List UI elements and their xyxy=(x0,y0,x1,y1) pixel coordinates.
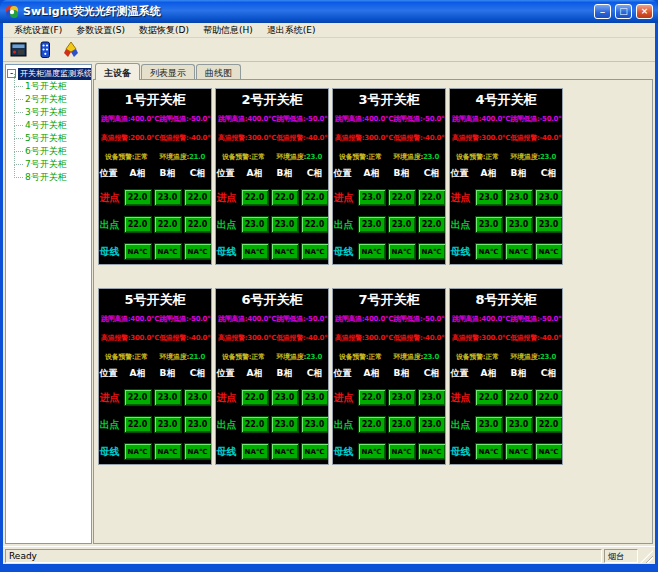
inlet-a-value: 22.0 xyxy=(124,389,152,406)
device-warn-label: 设备预警: xyxy=(456,353,485,361)
alarm-high-label: 高温报警: xyxy=(218,334,247,342)
alarm-low-value: -40.0℃ xyxy=(305,134,329,142)
sidebar-item-switchgear[interactable]: 3号开关柜 xyxy=(13,106,90,119)
device-warn-value: 正常 xyxy=(368,353,381,361)
trip-low-value: -50.0℃ xyxy=(539,315,563,323)
menu-item[interactable]: 退出系统(E) xyxy=(260,23,323,38)
trip-low-value: -50.0℃ xyxy=(305,115,329,123)
tree-children: 1号开关柜 2号开关柜 3号开关柜 4号开关柜 5号开关柜 6号开关柜 7号开关… xyxy=(13,80,90,184)
position-header: 位置 xyxy=(99,167,122,179)
alarm-low-label: 低温报警: xyxy=(276,134,305,142)
trip-low-value: -50.0℃ xyxy=(539,115,563,123)
inlet-row-label: 进点 xyxy=(99,191,122,205)
menu-item[interactable]: 帮助信息(H) xyxy=(196,23,260,38)
phase-c-header: C相 xyxy=(184,167,212,179)
maximize-button[interactable]: □ xyxy=(615,4,632,19)
device-warn-value: 正常 xyxy=(485,353,498,361)
outlet-row-label: 出点 xyxy=(216,418,239,432)
alarm-high-label: 高温报警: xyxy=(452,134,481,142)
tab[interactable]: 列表显示 xyxy=(141,64,195,79)
outlet-row-label: 出点 xyxy=(216,218,239,232)
inlet-a-value: 22.0 xyxy=(241,389,269,406)
phase-c-header: C相 xyxy=(418,367,446,379)
env-temp-value: 23.0 xyxy=(540,353,556,361)
inlet-c-value: 23.0 xyxy=(184,389,212,406)
trip-high-value: 400.0℃ xyxy=(481,115,510,123)
close-button[interactable]: × xyxy=(636,4,653,19)
sidebar-item-switchgear[interactable]: 1号开关柜 xyxy=(13,80,90,93)
outlet-row-label: 出点 xyxy=(99,218,122,232)
menu-item[interactable]: 数据恢复(D) xyxy=(132,23,196,38)
alarm-low-value: -40.0℃ xyxy=(422,334,446,342)
inlet-c-value: 23.0 xyxy=(535,189,563,206)
outlet-row-label: 出点 xyxy=(333,218,356,232)
env-temp-value: 21.0 xyxy=(189,353,205,361)
resize-grip-icon[interactable] xyxy=(640,550,653,563)
alarm-low-label: 低温报警: xyxy=(510,134,539,142)
indicator-card-icon xyxy=(38,41,52,59)
inlet-row-label: 进点 xyxy=(216,391,239,405)
busbar-a-value: NA℃ xyxy=(358,443,386,460)
sidebar-item-switchgear[interactable]: 4号开关柜 xyxy=(13,119,90,132)
outlet-c-value: 23.0 xyxy=(301,416,329,433)
sidebar-item-switchgear[interactable]: 7号开关柜 xyxy=(13,158,90,171)
position-header: 位置 xyxy=(99,367,122,379)
busbar-c-value: NA℃ xyxy=(301,243,329,260)
trip-high-label: 跳闸高温: xyxy=(101,115,130,123)
alarm-low-value: -40.0℃ xyxy=(539,134,563,142)
trip-high-value: 400.0℃ xyxy=(481,315,510,323)
env-temp-value: 23.0 xyxy=(540,153,556,161)
inlet-b-value: 23.0 xyxy=(271,389,299,406)
minimize-button[interactable]: _ xyxy=(594,4,611,19)
tab-area: 主设备 列表显示 曲线图 1号开关柜 跳闸高温:400.0℃ 跳闸低温:-50.… xyxy=(93,62,653,544)
switchgear-panel: 8号开关柜 跳闸高温:400.0℃ 跳闸低温:-50.0℃ 高温报警:300.0… xyxy=(449,288,563,465)
trip-high-label: 跳闸高温: xyxy=(218,315,247,323)
busbar-a-value: NA℃ xyxy=(475,443,503,460)
alarm-low-label: 低温报警: xyxy=(276,334,305,342)
sidebar-item-switchgear[interactable]: 8号开关柜 xyxy=(13,171,90,184)
alarm-high-value: 300.0℃ xyxy=(364,334,393,342)
status-bar: Ready 烟台 xyxy=(3,546,655,564)
inlet-row-label: 进点 xyxy=(450,191,473,205)
env-temp-label: 环境温度: xyxy=(277,353,306,361)
trip-high-label: 跳闸高温: xyxy=(452,115,481,123)
busbar-a-value: NA℃ xyxy=(358,243,386,260)
menu-item[interactable]: 系统设置(F) xyxy=(7,23,69,38)
switchgear-panel: 7号开关柜 跳闸高温:400.0℃ 跳闸低温:-50.0℃ 高温报警:300.0… xyxy=(332,288,446,465)
alarm-high-label: 高温报警: xyxy=(218,134,247,142)
inlet-a-value: 22.0 xyxy=(475,389,503,406)
env-temp-label: 环境温度: xyxy=(160,353,189,361)
lamp-toolbar-button[interactable] xyxy=(60,39,82,60)
alarm-low-label: 低温报警: xyxy=(510,334,539,342)
busbar-b-value: NA℃ xyxy=(154,243,182,260)
device-warn-label: 设备预警: xyxy=(105,153,134,161)
trip-high-label: 跳闸高温: xyxy=(218,115,247,123)
sidebar-item-switchgear[interactable]: 6号开关柜 xyxy=(13,145,90,158)
device-warn-value: 正常 xyxy=(368,153,381,161)
panel-title: 6号开关柜 xyxy=(217,291,327,309)
sidebar-item-switchgear[interactable]: 2号开关柜 xyxy=(13,93,90,106)
indicator-toolbar-button[interactable] xyxy=(34,39,56,60)
inlet-row-label: 进点 xyxy=(333,191,356,205)
phase-c-header: C相 xyxy=(535,367,563,379)
trip-low-value: -50.0℃ xyxy=(188,115,212,123)
tab[interactable]: 曲线图 xyxy=(196,64,241,79)
switchgear-panel: 3号开关柜 跳闸高温:400.0℃ 跳闸低温:-50.0℃ 高温报警:300.0… xyxy=(332,88,446,265)
menu-item[interactable]: 参数设置(S) xyxy=(69,23,132,38)
sidebar-item-switchgear[interactable]: 5号开关柜 xyxy=(13,132,90,145)
inlet-c-value: 22.0 xyxy=(301,189,329,206)
alarm-low-label: 低温报警: xyxy=(159,334,188,342)
status-message: Ready xyxy=(5,549,602,563)
phase-a-header: A相 xyxy=(241,367,269,379)
position-header: 位置 xyxy=(450,167,473,179)
phase-b-header: B相 xyxy=(388,167,416,179)
tab[interactable]: 主设备 xyxy=(95,63,140,80)
phase-b-header: B相 xyxy=(271,167,299,179)
alarm-low-label: 低温报警: xyxy=(393,134,422,142)
outlet-c-value: 22.0 xyxy=(301,216,329,233)
env-temp-value: 23.0 xyxy=(306,153,322,161)
tree-root-item[interactable]: 开关柜温度监测系统 xyxy=(18,68,92,80)
switchgear-panel: 6号开关柜 跳闸高温:400.0℃ 跳闸低温:-50.0℃ 高温报警:300.0… xyxy=(215,288,329,465)
device-toolbar-button[interactable] xyxy=(8,39,30,60)
inlet-a-value: 23.0 xyxy=(358,189,386,206)
